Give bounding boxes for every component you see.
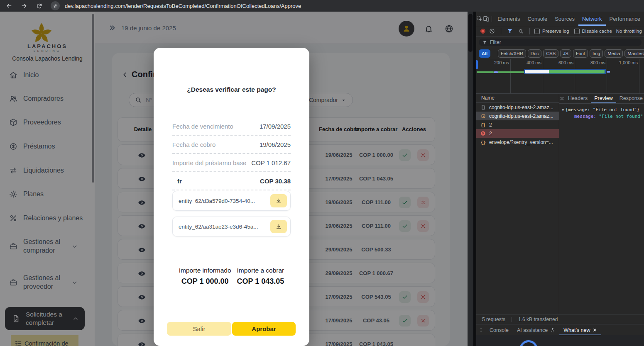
drawer-menu-icon[interactable] [476, 325, 485, 336]
modal-detail-row: Importe del préstamo baseCOP 1 012.67 [172, 154, 291, 172]
detail-tab-headers[interactable]: Headers [565, 93, 591, 103]
clear-network-log-icon[interactable] [488, 26, 496, 37]
error-icon [480, 131, 486, 136]
network-overview-timeline[interactable]: 200 ms400 ms600 ms800 ms1,000 ms [476, 59, 644, 94]
close-tab-icon[interactable] [593, 328, 597, 332]
filter-chip-doc[interactable]: Doc [528, 49, 542, 58]
filter-chip-img[interactable]: Img [590, 49, 603, 58]
waterfall-bar-blue [494, 71, 498, 73]
request-name: 2 [489, 122, 492, 128]
drawer-tab-whats-new[interactable]: What's new [559, 324, 601, 336]
network-filter-icon[interactable] [506, 26, 514, 37]
throttling-dropdown[interactable]: No throttling [616, 29, 642, 34]
request-row[interactable]: 2 [476, 129, 559, 138]
request-name: 2 [489, 131, 492, 136]
filter-chip-js[interactable]: JS [560, 49, 571, 58]
flask-icon [550, 328, 555, 333]
detail-label: Importe del préstamo base [172, 159, 246, 166]
filter-chip-manifest[interactable]: Manifest [624, 49, 644, 58]
modal-title: ¿Deseas verificar este pago? [154, 86, 309, 93]
download-attachment-button[interactable] [270, 220, 287, 233]
filter-chip-css[interactable]: CSS [543, 49, 558, 58]
attachment-card: entity_62/aa31ae23-e3d6-45a... [172, 217, 291, 236]
total-label: Importe a cobrar [237, 267, 284, 274]
tab-console[interactable]: Console [524, 12, 551, 26]
detail-value: 19/06/2025 [260, 141, 291, 148]
salir-button[interactable]: Salir [167, 322, 231, 336]
filter-chip-fetchxhr[interactable]: Fetch/XHR [498, 49, 526, 58]
network-search-icon[interactable] [517, 26, 525, 37]
timeline-tick-label: 200 ms [481, 60, 509, 65]
preview-json: ▼{message: "File not found"} message: "F… [559, 103, 644, 314]
devtools-tabbar: Elements Console Sources Network Perform… [476, 12, 644, 26]
filter-chip-font[interactable]: Font [573, 49, 588, 58]
timeline-gridline [607, 59, 607, 93]
network-filter-input[interactable]: Filter [479, 39, 642, 46]
timeline-gridline [639, 59, 639, 93]
document-icon [480, 105, 486, 110]
record-network-log-icon[interactable] [480, 29, 485, 34]
expand-caret-icon[interactable]: ▼ [562, 108, 564, 112]
disable-cache-label[interactable]: Disable cache [582, 29, 612, 34]
timeline-tick-label: 1,000 ms [610, 60, 638, 65]
whats-new-logo [519, 340, 538, 346]
request-row[interactable]: cognito-idp.us-east-2.amaz... [476, 103, 559, 112]
funnel-icon [482, 40, 487, 45]
total-value: COP 1 000.00 [179, 277, 231, 286]
modal-detail-row: frCOP 30.38 [172, 172, 291, 190]
modal-detail-row: Fecha de cobro19/06/2025 [172, 136, 291, 154]
timeline-selection-marker [476, 60, 478, 69]
attachment-card: entity_62/d3a579d0-7354-40... [172, 191, 291, 211]
whats-new-content [476, 335, 644, 346]
site-info-icon[interactable] [51, 1, 60, 10]
timeline-gridline [510, 59, 511, 93]
request-name: cognito-idp.us-east-2.amaz... [489, 113, 553, 119]
drawer-tab-ai-assistance[interactable]: AI assistance [513, 324, 559, 336]
address-bar[interactable]: dev.lapachoslending.com/lender/RequestsT… [65, 3, 301, 9]
detail-tab-preview[interactable]: Preview [591, 93, 616, 103]
detail-value: COP 1 012.67 [251, 159, 291, 166]
devtools-panel: Elements Console Sources Network Perform… [476, 12, 644, 346]
transferred-size: 1.6 kB transferred [518, 317, 558, 322]
detail-value: COP 30.38 [260, 178, 291, 185]
tab-performance[interactable]: Performance [606, 12, 644, 26]
tab-network[interactable]: Network [578, 12, 606, 26]
tab-sources[interactable]: Sources [551, 12, 578, 26]
disable-cache-checkbox[interactable] [574, 29, 580, 34]
detail-label: Fecha de cobro [172, 141, 215, 148]
download-attachment-button[interactable] [270, 194, 287, 207]
json-icon: {} [480, 140, 486, 145]
total-column: Importe informadoCOP 1 000.00 [179, 267, 231, 286]
total-label: Importe informado [179, 267, 231, 274]
back-icon[interactable] [3, 1, 15, 11]
tab-elements[interactable]: Elements [494, 12, 524, 26]
filter-chip-all[interactable]: All [479, 49, 490, 58]
name-column-header[interactable]: Name [476, 93, 559, 103]
aprobar-button[interactable]: Aprobar [232, 322, 296, 336]
request-row[interactable]: {}envelope/?sentry_version=... [476, 138, 559, 146]
close-detail-icon[interactable] [559, 93, 565, 104]
detail-label: Fecha de vencimiento [172, 123, 233, 130]
drawer-tab-console[interactable]: Console [485, 324, 513, 336]
modal-detail-row: Fecha de vencimiento17/09/2025 [172, 117, 291, 136]
preserve-log-label[interactable]: Preserve log [542, 29, 569, 34]
network-status-bar: 5 requests 1.6 kB transferred [476, 314, 644, 324]
json-icon: {} [480, 122, 486, 127]
filter-chip-media[interactable]: Media [605, 49, 623, 58]
waterfall-bar-waiting [525, 70, 549, 73]
request-name: envelope/?sentry_version=... [489, 139, 553, 145]
inspect-element-icon[interactable] [476, 13, 483, 24]
request-name: cognito-idp.us-east-2.amaz... [489, 105, 553, 110]
request-row[interactable]: cognito-idp.us-east-2.amaz... [476, 112, 559, 120]
filter-row: Filter [476, 37, 644, 48]
request-type-chips: AllFetch/XHRDocCSSJSFontImgMediaManifest… [479, 48, 644, 59]
request-row[interactable]: {}2 [476, 120, 559, 129]
detail-label: fr [172, 178, 182, 185]
preserve-log-checkbox[interactable] [534, 29, 540, 34]
forward-icon[interactable] [18, 1, 30, 11]
reload-icon[interactable] [33, 1, 45, 11]
device-toolbar-icon[interactable] [483, 13, 490, 24]
total-column: Importe a cobrarCOP 1 043.05 [237, 267, 284, 286]
detail-tab-response[interactable]: Response [616, 93, 644, 103]
waterfall-bar-blue [607, 71, 610, 73]
